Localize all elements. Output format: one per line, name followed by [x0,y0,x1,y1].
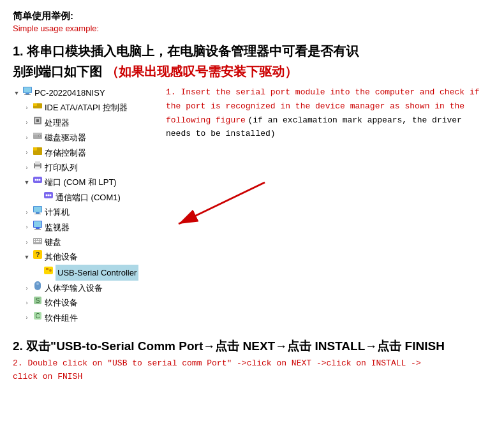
svg-rect-29 [34,207,41,212]
computer-label: 计算机 [45,205,70,219]
usb-serial-label: USB-Serial Controller [56,265,138,281]
ports-expander: ▼ [23,179,31,186]
svg-point-24 [48,194,50,196]
svg-rect-16 [35,161,40,165]
svg-rect-27 [36,212,40,214]
step2-instruction-en: 2. Double click on "USB to serial comm P… [13,357,491,384]
svg-point-25 [50,194,52,196]
hid-icon [33,281,43,295]
software-dev-icon: S [33,295,43,310]
step2-en-red: 2. Double click on "USB to serial comm P… [13,358,421,368]
cpu-expander: › [23,119,31,126]
keyboard-label: 键盘 [45,235,61,249]
tree-item-storage: › 存储控制器 [13,145,153,160]
tree-item-other: ▼ ? 其他设备 [13,249,153,264]
svg-rect-37 [38,239,39,240]
step1-heading-text: 1. 将串口模块插入电脑上，在电脑设备管理器中可看是否有识 [13,44,359,58]
tree-item-com1: 通信端口 (COM1) [13,190,153,205]
tree-item-keyboard: › 键盘 [13,235,153,249]
other-label: 其他设备 [45,249,78,264]
tree-item-software-dev: › S 软件设备 [13,295,153,310]
storage-expander: › [23,149,31,156]
arrow-pointing-usb [166,179,491,235]
usb-serial-icon [43,265,54,280]
device-tree: ▼ PC-20220418NISY › IDE ATA/ATAPI 控制器 › [13,85,153,325]
step1-heading-cn: 1. 将串口模块插入电脑上，在电脑设备管理器中可看是否有识 [13,42,491,60]
other-expander: ▼ [23,253,31,261]
root-expander: ▼ [13,89,20,97]
svg-rect-32 [36,228,40,229]
step1-suffix: 别到端口如下图 [13,64,102,78]
svg-rect-8 [36,119,39,122]
cpu-label: 处理器 [45,115,70,130]
disk-icon [33,130,43,145]
disk-label: 磁盘驱动器 [45,130,86,145]
tree-item-disk: › 磁盘驱动器 [13,130,153,145]
computer-expander: › [23,209,31,216]
print-label: 打印队列 [45,160,78,175]
svg-rect-33 [34,229,41,230]
monitor-label: 监视器 [45,220,70,235]
ports-label: 端口 (COM 和 LPT) [45,175,117,189]
svg-point-20 [37,179,39,181]
svg-point-19 [35,179,37,181]
step2-section: 2. 双击"USB-to-Serial Comm Port→点击 NEXT→点击… [13,338,491,384]
other-icon: ? [33,249,43,264]
section-title-en: Simple usage example: [13,24,491,33]
disk-expander: › [23,134,31,142]
tree-item-software-comp: › C 软件组件 [13,311,153,325]
computer-icon [33,205,43,219]
svg-rect-1 [26,93,29,94]
com1-label: 通信端口 (COM1) [56,190,121,205]
step1-instruction: 1. Insert the serial port module into th… [166,85,491,325]
software-dev-label: 软件设备 [45,295,78,310]
svg-rect-10 [33,133,42,135]
svg-point-48 [36,283,39,285]
svg-rect-39 [34,241,35,242]
svg-rect-2 [24,94,31,95]
step2-en-black: click on FNISH [13,372,82,381]
software-comp-expander: › [23,314,31,322]
section-title-cn: 简单使用举例: [13,10,491,22]
monitor-expander: › [23,223,31,231]
storage-label: 存储控制器 [45,145,86,160]
keyboard-icon [33,235,43,249]
storage-icon [33,145,43,160]
tree-item-computer: › 计算机 [13,205,153,219]
print-expander: › [23,164,31,172]
root-label: PC-20220418NISY [34,85,105,100]
svg-rect-45 [46,268,48,270]
tree-item-print: › 打印队列 [13,160,153,175]
ide-expander: › [23,104,31,112]
svg-point-23 [46,194,48,196]
svg-text:?: ? [36,251,40,258]
cpu-icon [33,115,43,130]
svg-rect-14 [33,147,37,151]
svg-text:C: C [35,313,40,320]
step2-cn-text: 2. 双击"USB-to-Serial Comm Port→点击 NEXT→点击… [13,339,445,353]
svg-point-12 [39,135,40,136]
ports-icon [33,175,43,189]
svg-rect-17 [35,166,40,170]
step1-heading: 1. 将串口模块插入电脑上，在电脑设备管理器中可看是否有识 别到端口如下图 （如… [13,42,491,80]
step1-red-note: （如果出现感叹号需安装下驱动） [106,64,297,78]
tree-item-ports: ▼ 端口 (COM 和 LPT) [13,175,153,189]
step2-heading-cn: 2. 双击"USB-to-Serial Comm Port→点击 NEXT→点击… [13,338,491,355]
software-comp-label: 软件组件 [45,311,78,325]
root-icon [22,85,33,100]
step1-heading-cn2: 别到端口如下图 （如果出现感叹号需安装下驱动） [13,63,491,80]
tree-item-hid: › 人体学输入设备 [13,281,153,295]
svg-line-54 [179,182,265,224]
step1-content: ▼ PC-20220418NISY › IDE ATA/ATAPI 控制器 › [13,85,491,325]
svg-rect-35 [34,239,35,240]
svg-text:S: S [36,297,40,304]
print-icon [33,160,43,175]
svg-point-21 [39,179,41,181]
tree-root: ▼ PC-20220418NISY [13,85,153,100]
svg-rect-36 [36,239,37,240]
software-dev-expander: › [23,299,31,307]
ide-label: IDE ATA/ATAPI 控制器 [45,100,128,115]
hid-label: 人体学输入设备 [45,281,103,295]
svg-point-46 [49,269,52,272]
red-arrow-svg [166,179,268,230]
